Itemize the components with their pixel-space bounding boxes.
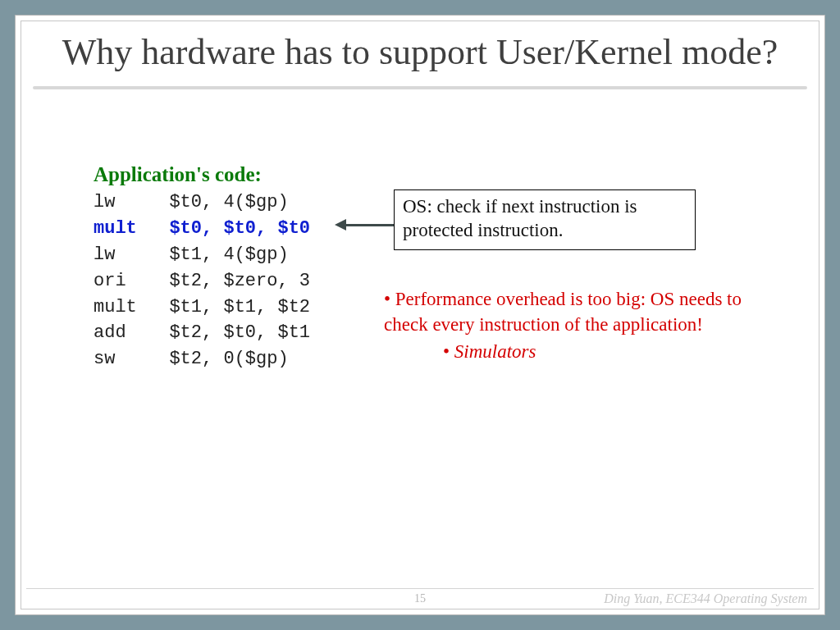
sim-word: Simulators bbox=[454, 341, 536, 362]
footer-rule bbox=[26, 588, 814, 589]
overhead-bullet: • Performance overhead is too big: OS ne… bbox=[384, 286, 753, 337]
callout-box: OS: check if next instruction is protect… bbox=[394, 189, 696, 250]
code-line-4: ori $t2, $zero, 3 bbox=[94, 271, 310, 291]
code-line-5: mult $t1, $t1, $t2 bbox=[94, 297, 310, 317]
arrow-icon bbox=[335, 219, 392, 231]
content-area: Application's code: lw $t0, 4($gp) mult … bbox=[21, 89, 819, 529]
slide-title: Why hardware has to support User/Kernel … bbox=[21, 21, 819, 86]
arrow-line bbox=[343, 224, 394, 226]
footer-credit: Ding Yuan, ECE344 Operating System bbox=[604, 591, 807, 606]
arrow-head-icon bbox=[335, 219, 346, 231]
inner-frame: Why hardware has to support User/Kernel … bbox=[21, 21, 819, 609]
code-line-1: lw $t0, 4($gp) bbox=[94, 192, 289, 212]
simulators-bullet: • Simulators bbox=[443, 339, 753, 364]
code-line-3: lw $t1, 4($gp) bbox=[94, 244, 289, 265]
sim-bullet-dot: • bbox=[443, 341, 454, 362]
code-block: Application's code: lw $t0, 4($gp) mult … bbox=[94, 163, 310, 372]
code-line-7: sw $t2, 0($gp) bbox=[94, 349, 289, 369]
outer-frame: Why hardware has to support User/Kernel … bbox=[15, 15, 825, 615]
code-heading: Application's code: bbox=[94, 163, 310, 186]
code-lines: lw $t0, 4($gp) mult $t0, $t0, $t0 lw $t1… bbox=[94, 189, 310, 372]
code-line-2: mult $t0, $t0, $t0 bbox=[94, 218, 310, 239]
overhead-text: • Performance overhead is too big: OS ne… bbox=[384, 286, 753, 364]
code-line-6: add $t2, $t0, $t1 bbox=[94, 322, 310, 343]
